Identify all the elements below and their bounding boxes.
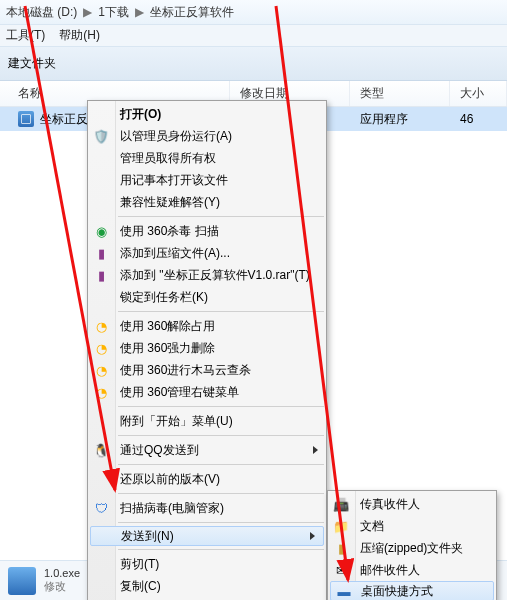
chevron-right-icon bbox=[310, 532, 315, 540]
antivirus-icon: ◉ bbox=[93, 223, 109, 239]
menu-360-rclick[interactable]: ◔使用 360管理右键菜单 bbox=[88, 381, 326, 403]
address-bar[interactable]: 本地磁盘 (D:) ▶ 1下载 ▶ 坐标正反算软件 bbox=[0, 0, 507, 25]
chevron-icon: ▶ bbox=[83, 5, 92, 19]
menu-help[interactable]: 帮助(H) bbox=[59, 27, 100, 44]
separator bbox=[118, 493, 324, 494]
menu-360-scan[interactable]: ◉使用 360杀毒 扫描 bbox=[88, 220, 326, 242]
submenu-fax[interactable]: 📠传真收件人 bbox=[328, 493, 496, 515]
submenu-desktop-shortcut[interactable]: ▬桌面快捷方式 bbox=[330, 581, 494, 600]
context-menu: 打开(O) 🛡️以管理员身份运行(A) 管理员取得所有权 用记事本打开该文件 兼… bbox=[87, 100, 327, 600]
menu-compat-trouble[interactable]: 兼容性疑难解答(Y) bbox=[88, 191, 326, 213]
menu-scan-tencent[interactable]: 🛡扫描病毒(电脑管家) bbox=[88, 497, 326, 519]
menu-add-archive[interactable]: ▮添加到压缩文件(A)... bbox=[88, 242, 326, 264]
menu-restore-prev[interactable]: 还原以前的版本(V) bbox=[88, 468, 326, 490]
submenu-documents[interactable]: 📁文档 bbox=[328, 515, 496, 537]
status-modified-label: 修改 bbox=[44, 579, 80, 594]
submenu-mail[interactable]: ✉邮件收件人 bbox=[328, 559, 496, 581]
menu-admin-ownership[interactable]: 管理员取得所有权 bbox=[88, 147, 326, 169]
breadcrumb-folder[interactable]: 1下载 bbox=[98, 4, 129, 21]
menu-pin-taskbar[interactable]: 锁定到任务栏(K) bbox=[88, 286, 326, 308]
fax-icon: 📠 bbox=[333, 496, 349, 512]
chevron-right-icon bbox=[313, 446, 318, 454]
360-icon: ◔ bbox=[93, 362, 109, 378]
360-icon: ◔ bbox=[93, 318, 109, 334]
desktop-icon: ▬ bbox=[336, 583, 352, 599]
menu-add-rar[interactable]: ▮添加到 "坐标正反算软件V1.0.rar"(T) bbox=[88, 264, 326, 286]
menu-qq-send[interactable]: 🐧通过QQ发送到 bbox=[88, 439, 326, 461]
separator bbox=[118, 464, 324, 465]
menu-360-unlock[interactable]: ◔使用 360解除占用 bbox=[88, 315, 326, 337]
zip-icon: ▮ bbox=[333, 540, 349, 556]
menu-open[interactable]: 打开(O) bbox=[88, 103, 326, 125]
archive-icon: ▮ bbox=[93, 267, 109, 283]
file-size: 46 bbox=[450, 112, 473, 126]
menu-run-as-admin[interactable]: 🛡️以管理员身份运行(A) bbox=[88, 125, 326, 147]
status-filename: 1.0.exe bbox=[44, 567, 80, 579]
archive-icon: ▮ bbox=[93, 245, 109, 261]
menu-360-force-delete[interactable]: ◔使用 360强力删除 bbox=[88, 337, 326, 359]
menu-open-notepad[interactable]: 用记事本打开该文件 bbox=[88, 169, 326, 191]
submenu-zip[interactable]: ▮压缩(zipped)文件夹 bbox=[328, 537, 496, 559]
menu-cut[interactable]: 剪切(T) bbox=[88, 553, 326, 575]
separator bbox=[118, 406, 324, 407]
separator bbox=[118, 311, 324, 312]
separator bbox=[118, 522, 324, 523]
shield-icon: 🛡️ bbox=[93, 128, 109, 144]
chevron-icon: ▶ bbox=[135, 5, 144, 19]
mail-icon: ✉ bbox=[333, 562, 349, 578]
folder-icon: 📁 bbox=[333, 518, 349, 534]
menu-bar: 工具(T) 帮助(H) bbox=[0, 25, 507, 47]
menu-copy[interactable]: 复制(C) bbox=[88, 575, 326, 597]
separator bbox=[118, 435, 324, 436]
separator bbox=[118, 549, 324, 550]
360-icon: ◔ bbox=[93, 340, 109, 356]
menu-360-trojan[interactable]: ◔使用 360进行木马云查杀 bbox=[88, 359, 326, 381]
file-type: 应用程序 bbox=[350, 111, 450, 128]
send-to-submenu: 📠传真收件人 📁文档 ▮压缩(zipped)文件夹 ✉邮件收件人 ▬桌面快捷方式 bbox=[327, 490, 497, 600]
exe-file-icon bbox=[8, 567, 36, 595]
column-type[interactable]: 类型 bbox=[350, 81, 450, 106]
menu-tools[interactable]: 工具(T) bbox=[6, 27, 45, 44]
toolbar: 建文件夹 bbox=[0, 47, 507, 81]
shield-icon: 🛡 bbox=[93, 500, 109, 516]
column-size[interactable]: 大小 bbox=[450, 81, 507, 106]
breadcrumb-drive[interactable]: 本地磁盘 (D:) bbox=[6, 4, 77, 21]
new-folder-button[interactable]: 建文件夹 bbox=[8, 55, 56, 72]
menu-pin-start[interactable]: 附到「开始」菜单(U) bbox=[88, 410, 326, 432]
qq-icon: 🐧 bbox=[93, 442, 109, 458]
breadcrumb-folder[interactable]: 坐标正反算软件 bbox=[150, 4, 234, 21]
360-icon: ◔ bbox=[93, 384, 109, 400]
exe-file-icon bbox=[18, 111, 34, 127]
menu-send-to[interactable]: 发送到(N) bbox=[90, 526, 324, 546]
separator bbox=[118, 216, 324, 217]
